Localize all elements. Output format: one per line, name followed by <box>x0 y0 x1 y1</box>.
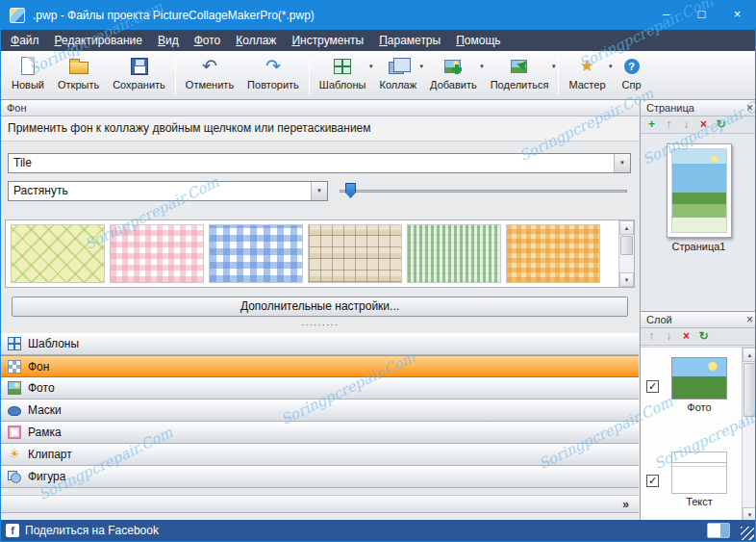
photo-icon <box>8 381 21 395</box>
add-page-icon[interactable]: + <box>644 117 659 132</box>
background-swatch-3[interactable] <box>209 224 303 283</box>
move-layer-up-icon[interactable]: ↑ <box>644 329 659 344</box>
menu-item-view[interactable]: Вид <box>150 30 187 51</box>
move-layer-down-icon[interactable]: ↓ <box>662 329 676 344</box>
new-button[interactable]: Новый <box>5 54 51 91</box>
dropdown-arrow-icon[interactable]: ▾ <box>552 63 556 70</box>
menu-item-collage[interactable]: Коллаж <box>228 30 284 51</box>
toolbar-separator <box>309 56 310 94</box>
delete-page-icon[interactable]: × <box>696 117 711 132</box>
photo-layer-thumbnail[interactable] <box>671 357 727 400</box>
help-icon: ? <box>619 56 644 77</box>
scroll-down-icon[interactable]: ▼ <box>619 272 634 287</box>
accordion-item-clipart[interactable]: ☀ Клипарт <box>1 444 639 466</box>
dropdown-arrow-icon[interactable]: ▾ <box>609 63 613 70</box>
background-swatch-1[interactable] <box>11 224 105 283</box>
share-facebook-label: Поделиться на Facebook <box>25 524 159 537</box>
scroll-thumb[interactable] <box>743 363 756 417</box>
help-button[interactable]: ? Спр <box>613 54 651 91</box>
resize-grip[interactable] <box>741 527 754 540</box>
redo-button[interactable]: ↷ Повторить <box>240 54 306 91</box>
combo-arrow-icon[interactable]: ▼ <box>614 154 630 172</box>
menu-item-tools[interactable]: Инструменты <box>284 30 371 51</box>
wizard-star-icon: ★ <box>574 56 599 77</box>
menu-item-photo[interactable]: Фото <box>187 30 229 51</box>
templates-icon <box>8 337 21 350</box>
scroll-up-icon[interactable]: ▲ <box>619 220 634 235</box>
delete-layer-icon[interactable]: × <box>679 329 693 344</box>
background-pattern-icon <box>8 360 21 374</box>
swatch-scrollbar[interactable]: ▲ ▼ <box>618 220 634 287</box>
save-button[interactable]: Сохранить <box>106 54 172 91</box>
accordion-item-photo[interactable]: Фото <box>1 377 639 400</box>
scroll-up-icon[interactable]: ▲ <box>743 348 756 362</box>
accordion-item-background[interactable]: Фон <box>1 355 639 377</box>
close-panel-icon[interactable]: × <box>746 100 753 116</box>
move-page-up-icon[interactable]: ↑ <box>662 117 676 132</box>
window-controls: – □ × <box>648 1 755 30</box>
layer-visibility-checkbox[interactable]: ✓ <box>646 380 659 393</box>
add-button[interactable]: ▾ Добавить <box>423 54 484 91</box>
toolbar-separator <box>175 56 176 94</box>
page-thumbnail[interactable] <box>667 143 732 238</box>
accordion-item-templates[interactable]: Шаблоны <box>1 333 639 355</box>
slider-track <box>340 190 627 193</box>
layer-panel-header: Слой × <box>641 312 756 328</box>
layer-panel-toolbar: ↑ ↓ × ↻ <box>641 328 756 346</box>
accordion-overflow-chevron[interactable]: » <box>1 495 639 513</box>
app-window: .pwp - Файлы проекта PictureCollageMaker… <box>0 0 756 542</box>
background-swatch-4[interactable] <box>308 224 402 283</box>
refresh-layer-icon[interactable]: ↻ <box>696 329 711 344</box>
undo-arrow-icon: ↶ <box>197 56 222 77</box>
accordion-item-shape[interactable]: Фигура <box>1 466 639 488</box>
collage-frames-icon <box>386 56 411 77</box>
background-swatch-5[interactable] <box>407 224 501 283</box>
maximize-button[interactable]: □ <box>684 1 719 30</box>
add-photo-icon <box>441 56 466 77</box>
background-opacity-slider[interactable] <box>338 181 629 201</box>
collage-button[interactable]: ▾ Коллаж <box>372 54 423 91</box>
accordion-item-frame[interactable]: Рамка <box>1 422 639 444</box>
panel-splitter[interactable]: ········· <box>1 320 639 332</box>
background-panel-header: Фон <box>1 100 639 116</box>
close-button[interactable]: × <box>719 1 755 30</box>
tile-mode-select[interactable]: Tile ▼ <box>8 153 631 173</box>
refresh-page-icon[interactable]: ↻ <box>714 117 728 132</box>
menu-item-options[interactable]: Параметры <box>371 30 448 51</box>
text-layer-thumbnail[interactable] <box>671 452 727 494</box>
menu-item-edit[interactable]: Редактирование <box>47 30 150 51</box>
wizard-button[interactable]: ★ ▾ Мастер <box>562 54 612 91</box>
accordion-item-masks[interactable]: Маски <box>1 400 639 422</box>
status-bar: f Поделиться на Facebook <box>1 520 755 541</box>
close-panel-icon[interactable]: × <box>746 312 753 327</box>
advanced-settings-button[interactable]: Дополнительные настройки... <box>12 297 628 317</box>
frame-icon <box>8 426 21 439</box>
layer-scrollbar[interactable]: ▲ ▼ <box>742 348 756 522</box>
layer-visibility-checkbox[interactable]: ✓ <box>646 475 659 487</box>
share-button[interactable]: ▾ Поделиться <box>484 54 556 91</box>
open-button[interactable]: Открыть <box>51 54 106 91</box>
slider-thumb[interactable] <box>345 183 356 198</box>
combo-arrow-icon[interactable]: ▼ <box>311 182 327 200</box>
share-facebook-button[interactable]: f Поделиться на Facebook <box>6 524 159 537</box>
page-thumbnail-image <box>671 148 727 233</box>
layer-item-photo[interactable]: ✓ Фото <box>641 357 756 442</box>
scroll-thumb[interactable] <box>620 236 633 255</box>
move-page-down-icon[interactable]: ↓ <box>679 117 693 132</box>
save-disk-icon <box>127 56 152 77</box>
category-accordion: Шаблоны Фон Фото Маски Рамка ☀ Клипарт <box>1 333 639 488</box>
minimize-button[interactable]: – <box>648 1 684 30</box>
background-swatch-6[interactable] <box>506 224 600 283</box>
new-document-icon <box>15 56 40 77</box>
menu-item-file[interactable]: Файл <box>3 30 47 51</box>
main-toolbar: Новый Открыть Сохранить ↶ Отменить ↷ Пов… <box>1 51 755 100</box>
panel-toggle-icon[interactable] <box>707 523 730 538</box>
templates-button[interactable]: ▾ Шаблоны <box>313 54 373 91</box>
layer-panel: Слой × ↑ ↓ × ↻ ✓ Фото ✓ Текст ▲ ▼ <box>640 311 756 522</box>
background-panel: Фон Применить фон к коллажу двойным щелч… <box>1 100 639 522</box>
menu-item-help[interactable]: Помощь <box>448 30 508 51</box>
page-panel-header: Страница × <box>641 100 756 116</box>
background-swatch-2[interactable] <box>110 224 204 283</box>
stretch-mode-select[interactable]: Растянуть ▼ <box>8 181 328 201</box>
undo-button[interactable]: ↶ Отменить <box>179 54 240 91</box>
